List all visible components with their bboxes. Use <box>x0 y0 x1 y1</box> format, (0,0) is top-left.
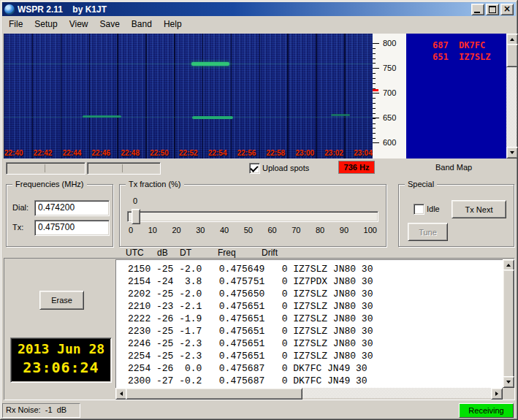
receiving-status: Receiving <box>459 403 514 418</box>
clock-date: 2013 Jun 28 <box>11 340 111 359</box>
band-map-entry: 687 DK7FC <box>406 34 506 51</box>
tx-fraction-group: Tx fraction (%) 0 0 10 20 30 40 50 60 70… <box>119 184 386 247</box>
decode-list: 2150 -25 -2.0 0.475649 0 IZ7SLZ JN80 30 … <box>115 259 503 389</box>
dial-label: Dial: <box>12 203 28 212</box>
minimize-button[interactable] <box>471 4 484 15</box>
tick-label: 20 <box>172 226 180 234</box>
band-map-entry: 651 IZ7SLZ <box>406 51 506 63</box>
time-label: 22:50 <box>149 149 178 158</box>
special-group-title: Special <box>405 179 437 189</box>
erase-button[interactable]: Erase <box>39 291 84 310</box>
band-map: 687 DK7FC 651 IZ7SLZ <box>406 34 506 159</box>
arrow-up-icon <box>510 38 514 41</box>
close-button[interactable]: × <box>500 4 514 15</box>
tx-fraction-slider-track[interactable] <box>127 211 378 222</box>
tick-label: 80 <box>316 226 324 234</box>
menu-setup[interactable]: Setup <box>28 17 63 31</box>
scale-label: 750 <box>383 64 396 72</box>
header-dt: DT <box>180 248 191 258</box>
decode-panel: Erase 2013 Jun 28 23:06:24 2150 -25 -2.0… <box>4 258 515 400</box>
scrollbar-thumb[interactable] <box>503 270 514 379</box>
title-bar[interactable]: WSPR 2.11 by K1JT × <box>2 2 516 16</box>
time-label: 22:42 <box>33 149 62 158</box>
tx-label: Tx: <box>12 223 23 232</box>
tx-next-button[interactable]: Tx Next <box>452 200 506 218</box>
time-label: 22:54 <box>207 149 237 158</box>
scale-major-tick <box>373 118 379 118</box>
waterfall-display[interactable]: 22:40 22:42 22:44 22:46 22:48 22:50 22:5… <box>4 34 373 159</box>
check-icon <box>250 164 258 172</box>
tune-button[interactable]: Tune <box>408 223 448 241</box>
decode-hscrollbar[interactable] <box>115 388 503 398</box>
close-icon: × <box>501 4 513 14</box>
band-map-label: Band Map <box>435 163 472 172</box>
tx-fraction-slider-thumb[interactable] <box>132 209 140 224</box>
tx-level-meter <box>87 162 161 175</box>
time-label: 22:48 <box>120 149 149 158</box>
arrow-down-icon <box>510 151 514 154</box>
time-label: 22:44 <box>62 149 91 158</box>
tick-label: 40 <box>220 226 229 234</box>
tx-fraction-value: 0 <box>133 196 137 205</box>
header-db: dB <box>157 248 168 258</box>
time-label: 23:00 <box>294 149 324 158</box>
tick-label: 70 <box>292 226 300 234</box>
menu-view[interactable]: View <box>64 17 94 31</box>
tick-label: 60 <box>267 226 276 234</box>
clock-time: 23:06:24 <box>11 359 111 376</box>
scale-major-tick <box>373 93 379 93</box>
dial-frequency-input[interactable]: 0.474200 <box>34 200 110 216</box>
signal-trace <box>4 64 373 64</box>
scroll-right-button[interactable] <box>491 388 503 400</box>
special-group: Special Idle Tx Next Tune <box>398 184 514 247</box>
signal-trace <box>191 62 229 66</box>
tx-frequency-input[interactable]: 0.475700 <box>34 220 110 236</box>
tx-fraction-tick-labels: 0 10 20 30 40 50 60 70 80 90 100 <box>129 226 377 234</box>
header-drift: Drift <box>262 248 278 258</box>
wspr-window: WSPR 2.11 by K1JT × File Setup View Save… <box>0 0 518 420</box>
upload-spots-checkbox[interactable] <box>249 163 260 174</box>
maximize-icon <box>489 6 496 13</box>
scrollbar-thumb[interactable] <box>506 44 518 67</box>
signal-trace <box>331 114 350 116</box>
arrow-left-icon <box>120 392 123 396</box>
signal-trace <box>83 115 121 118</box>
frequency-scale: 800 750 700 650 600 <box>373 34 406 159</box>
time-label: 22:52 <box>178 149 207 158</box>
bandmap-scrollbar[interactable] <box>506 34 517 159</box>
decode-vscrollbar[interactable] <box>503 259 513 388</box>
scroll-down-button[interactable] <box>506 147 518 159</box>
signal-trace <box>4 117 373 118</box>
time-label: 23:04 <box>353 149 373 158</box>
scale-label: 650 <box>383 113 396 122</box>
signal-trace <box>192 116 233 119</box>
scale-major-tick <box>373 43 379 44</box>
titlebar-buttons: × <box>471 4 514 15</box>
menu-save[interactable]: Save <box>94 17 126 31</box>
upload-spots-label: Upload spots <box>262 164 309 172</box>
maximize-button[interactable] <box>486 4 499 15</box>
scroll-down-button[interactable] <box>503 376 514 388</box>
arrow-right-icon <box>495 392 498 396</box>
time-label: 23:02 <box>324 149 353 158</box>
status-bar: Rx Noise: -1 dB Receiving <box>2 402 516 418</box>
idle-checkbox[interactable] <box>414 204 424 215</box>
menu-help[interactable]: Help <box>158 17 188 31</box>
rx-level-meter <box>6 162 85 175</box>
tick-label: 90 <box>340 226 348 234</box>
header-freq: Freq <box>218 248 236 258</box>
utc-clock: 2013 Jun 28 23:06:24 <box>10 337 112 383</box>
scale-label: 700 <box>383 88 396 97</box>
decode-rows: 2150 -25 -2.0 0.475649 0 IZ7SLZ JN80 30 … <box>116 260 503 387</box>
rx-frequency-readout: 736 Hz <box>338 161 375 174</box>
scrollbar-thumb[interactable] <box>126 388 302 400</box>
scale-label: 800 <box>383 39 396 47</box>
menu-band[interactable]: Band <box>126 17 158 31</box>
menu-file[interactable]: File <box>3 17 28 31</box>
app-icon <box>4 4 15 15</box>
time-label: 22:58 <box>266 149 295 158</box>
time-label: 22:56 <box>237 149 266 158</box>
menu-bar: File Setup View Save Band Help <box>2 16 516 31</box>
frequencies-group-title: Frequencies (MHz) <box>12 179 87 189</box>
waterfall-time-labels: 22:40 22:42 22:44 22:46 22:48 22:50 22:5… <box>4 149 373 158</box>
